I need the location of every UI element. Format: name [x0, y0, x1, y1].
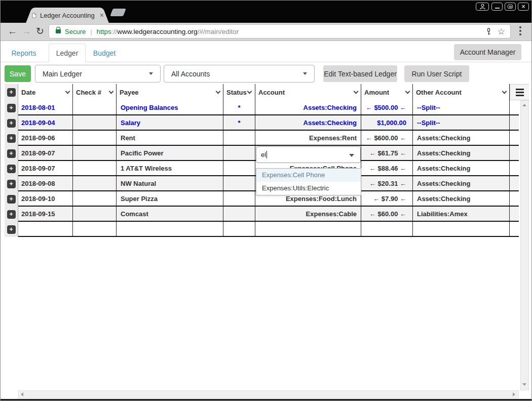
add-transaction-button[interactable]: +: [5, 207, 18, 222]
other-account-cell[interactable]: Liabilities:Amex: [413, 207, 510, 221]
column-header-amount[interactable]: Amount: [361, 84, 413, 100]
column-header-check[interactable]: Check #: [73, 84, 117, 100]
payee-cell[interactable]: Opening Balances: [117, 100, 223, 114]
payee-cell[interactable]: [117, 222, 223, 236]
browser-tab[interactable]: Ledger Accounting ×: [34, 8, 101, 23]
check-cell[interactable]: [73, 207, 117, 221]
other-account-cell[interactable]: --Split--: [413, 115, 510, 130]
close-window-button[interactable]: ×: [518, 3, 529, 11]
bookmark-star-icon[interactable]: ☆: [498, 27, 505, 36]
payee-cell[interactable]: Pacific Power: [117, 146, 223, 160]
vertical-scrollbar[interactable]: [520, 100, 529, 390]
date-cell[interactable]: [18, 222, 73, 236]
other-account-cell[interactable]: --Split--: [413, 100, 510, 114]
reload-button[interactable]: ↻: [36, 24, 44, 38]
check-cell[interactable]: [73, 191, 117, 206]
date-cell[interactable]: 2018-09-04: [18, 115, 73, 130]
amount-cell[interactable]: ← $60.00 ←: [361, 207, 413, 221]
date-cell[interactable]: 2018-09-07: [18, 161, 73, 175]
scroll-down-arrow[interactable]: [522, 383, 526, 386]
grid-menu-button[interactable]: [510, 84, 529, 100]
status-cell[interactable]: *: [223, 100, 255, 114]
check-cell[interactable]: [73, 176, 117, 190]
account-cell[interactable]: Assets:Checking: [255, 100, 361, 114]
forward-button[interactable]: →: [22, 24, 31, 38]
add-transaction-button[interactable]: +: [5, 115, 18, 131]
horizontal-scrollbar[interactable]: [18, 390, 519, 398]
status-cell[interactable]: [223, 146, 255, 160]
other-account-cell[interactable]: Assets:Checking: [413, 131, 510, 145]
tab-budget[interactable]: Budget: [92, 44, 117, 62]
account-cell[interactable]: Assets:Checking: [255, 115, 361, 130]
account-filter-select[interactable]: All Accounts: [164, 65, 315, 83]
account-cell[interactable]: [255, 222, 361, 236]
key-icon[interactable]: [485, 28, 492, 35]
maximize-button[interactable]: [505, 3, 516, 11]
back-button[interactable]: ←: [8, 24, 17, 38]
tab-reports[interactable]: Reports: [11, 44, 37, 62]
other-account-cell[interactable]: Assets:Checking: [413, 191, 510, 206]
payee-cell[interactable]: Salary: [117, 115, 223, 130]
add-column-header[interactable]: +: [5, 84, 18, 100]
account-editor-input[interactable]: el: [256, 146, 361, 163]
dropdown-arrow-icon[interactable]: [349, 154, 354, 157]
other-account-cell[interactable]: [413, 222, 510, 236]
date-cell[interactable]: 2018-09-15: [18, 207, 73, 221]
date-cell[interactable]: 2018-09-10: [18, 191, 73, 206]
ledger-select[interactable]: Main Ledger: [35, 65, 161, 83]
add-transaction-button[interactable]: +: [5, 191, 18, 207]
status-cell[interactable]: [223, 161, 255, 175]
account-cell[interactable]: Expenses:Rent: [255, 131, 361, 145]
date-cell[interactable]: 2018-09-08: [18, 176, 73, 190]
column-header-payee[interactable]: Payee: [117, 84, 223, 100]
dropdown-option-utils-electric[interactable]: Expenses:Utils:Electric: [256, 182, 361, 195]
new-tab-button[interactable]: [110, 9, 126, 16]
other-account-cell[interactable]: Assets:Checking: [413, 176, 510, 190]
other-account-cell[interactable]: Assets:Checking: [413, 161, 510, 175]
add-transaction-button[interactable]: +: [5, 161, 18, 176]
scroll-right-arrow[interactable]: [513, 392, 515, 396]
scroll-up-arrow[interactable]: [522, 104, 526, 106]
status-cell[interactable]: [223, 191, 255, 206]
amount-cell[interactable]: ← $88.46 ←: [361, 161, 413, 175]
browser-menu-button[interactable]: [519, 26, 521, 36]
payee-cell[interactable]: Super Pizza: [117, 191, 223, 206]
add-transaction-button[interactable]: +: [5, 100, 18, 115]
status-cell[interactable]: [223, 131, 255, 145]
column-header-status[interactable]: Status: [223, 84, 255, 100]
amount-cell[interactable]: ← $600.00 ←: [361, 131, 413, 145]
payee-cell[interactable]: Comcast: [117, 207, 223, 221]
amount-cell[interactable]: [361, 222, 413, 236]
check-cell[interactable]: [73, 115, 117, 130]
column-header-date[interactable]: Date: [18, 84, 73, 100]
check-cell[interactable]: [73, 146, 117, 160]
column-header-other-account[interactable]: Other Account: [413, 84, 510, 100]
amount-cell[interactable]: ← $20.31 ←: [361, 176, 413, 190]
run-user-script-button[interactable]: Run User Script: [404, 65, 469, 82]
add-transaction-button[interactable]: +: [5, 176, 18, 191]
scroll-left-arrow[interactable]: [21, 392, 23, 396]
payee-cell[interactable]: NW Natural: [117, 176, 223, 190]
add-transaction-button[interactable]: +: [5, 131, 18, 146]
amount-cell[interactable]: $1,000.00: [361, 115, 413, 130]
tab-close-icon[interactable]: ×: [100, 12, 104, 19]
date-cell[interactable]: 2018-09-07: [18, 146, 73, 160]
check-cell[interactable]: [73, 100, 117, 114]
amount-cell[interactable]: ← $500.00 ←: [361, 100, 413, 114]
check-cell[interactable]: [73, 222, 117, 236]
add-transaction-button[interactable]: +: [5, 146, 18, 161]
amount-cell[interactable]: ← $61.75 ←: [361, 146, 413, 160]
date-cell[interactable]: 2018-09-06: [18, 131, 73, 145]
edit-text-ledger-button[interactable]: Edit Text-based Ledger: [323, 65, 397, 82]
payee-cell[interactable]: 1 AT&T Wireless: [117, 161, 223, 175]
account-manager-button[interactable]: Account Manager: [454, 44, 521, 60]
tab-ledger[interactable]: Ledger: [49, 44, 86, 62]
account-cell[interactable]: Expenses:Cable: [255, 207, 361, 221]
add-transaction-button[interactable]: +: [5, 222, 18, 237]
save-button[interactable]: Save: [5, 65, 31, 82]
dropdown-option-cell-phone[interactable]: Expenses:Cell Phone: [256, 169, 361, 182]
status-cell[interactable]: *: [223, 115, 255, 130]
status-cell[interactable]: [223, 222, 255, 236]
other-account-cell[interactable]: Assets:Checking: [413, 146, 510, 160]
check-cell[interactable]: [73, 131, 117, 145]
